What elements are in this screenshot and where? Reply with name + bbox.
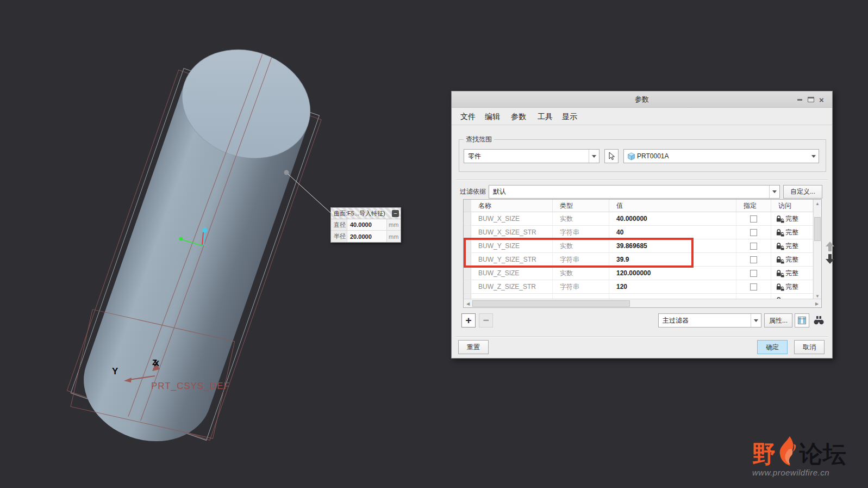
param-type-cell: 实数 bbox=[553, 239, 609, 252]
dimension-tooltip: 曲面:F5...导入特征) − 直径 40.0000 mm 半径 20.0000… bbox=[330, 207, 401, 243]
pick-cursor-button[interactable] bbox=[604, 149, 619, 163]
main-filter-select[interactable]: 主过滤器 bbox=[658, 313, 761, 328]
chevron-down-icon[interactable] bbox=[751, 314, 761, 327]
scroll-right-icon[interactable]: ▶ bbox=[813, 300, 821, 307]
menu-bar: 文件 编辑 参数 工具 显示 bbox=[452, 108, 832, 125]
column-header-name[interactable]: 名称 bbox=[471, 200, 553, 212]
ok-button[interactable]: 确定 bbox=[757, 340, 788, 354]
customize-button[interactable]: 自定义... bbox=[783, 185, 822, 199]
axis-label-y: Y bbox=[112, 366, 118, 376]
table-row[interactable]: BUW_Y_SIZE 实数 39.869685 完整 bbox=[464, 239, 813, 253]
scroll-up-icon[interactable]: ▲ bbox=[814, 200, 821, 207]
chevron-down-icon[interactable] bbox=[769, 186, 779, 198]
scrollbar-thumb[interactable] bbox=[814, 217, 821, 241]
param-access-cell: 完整 bbox=[771, 253, 813, 266]
filter-value: 默认 bbox=[489, 187, 769, 196]
param-designate-cell[interactable] bbox=[736, 212, 771, 225]
menu-edit[interactable]: 编辑 bbox=[483, 111, 502, 122]
param-name-cell[interactable]: BUW_Z_SIZE bbox=[471, 267, 553, 280]
column-header-access[interactable]: 访问 bbox=[771, 200, 813, 212]
param-designate-cell[interactable] bbox=[736, 280, 771, 293]
csys-name-label[interactable]: PRT_CSYS_DEF bbox=[151, 381, 230, 391]
vertical-scrollbar[interactable]: ▲ ▼ bbox=[813, 200, 821, 300]
minimize-icon bbox=[797, 99, 802, 101]
filter-select[interactable]: 默认 bbox=[489, 185, 780, 199]
dimension-value[interactable]: 20.0000 bbox=[347, 233, 386, 240]
table-row[interactable]: BUW_X_SIZE 实数 40.000000 完整 bbox=[464, 212, 813, 226]
dimension-value[interactable]: 40.0000 bbox=[347, 221, 386, 228]
designate-checkbox[interactable] bbox=[750, 215, 757, 223]
tooltip-title: 曲面:F5...导入特征) bbox=[334, 209, 392, 218]
param-type-cell: 字符串 bbox=[553, 226, 609, 239]
table-row[interactable]: BUW_Z_SIZE_STR 字符串 120 完整 bbox=[464, 280, 813, 294]
param-name-cell[interactable]: BUW_X_SIZE_STR bbox=[471, 226, 553, 239]
watermark-chars: 论坛 bbox=[800, 442, 846, 466]
properties-button[interactable]: 属性... bbox=[764, 313, 792, 328]
dimension-row: 半径 20.0000 mm bbox=[331, 231, 401, 242]
row-selector[interactable] bbox=[464, 226, 471, 239]
add-parameter-button[interactable]: + bbox=[461, 313, 476, 328]
binoculars-icon bbox=[814, 316, 824, 325]
scope-select[interactable]: 零件 bbox=[464, 149, 600, 163]
columns-button[interactable] bbox=[795, 313, 809, 328]
maximize-button[interactable] bbox=[806, 95, 815, 104]
move-row-down-button[interactable] bbox=[826, 254, 834, 264]
param-access-cell: 完整 bbox=[771, 267, 813, 280]
menu-params[interactable]: 参数 bbox=[509, 111, 528, 122]
param-designate-cell[interactable] bbox=[736, 226, 771, 239]
parameters-table: 名称 类型 值 指定 访问 BUW_X_SIZE 实数 40.000000 完整… bbox=[463, 199, 822, 308]
collapse-minus-icon[interactable]: − bbox=[392, 210, 399, 217]
model-combo[interactable]: PRT0001A bbox=[623, 149, 819, 163]
access-level-label: 完整 bbox=[785, 242, 798, 251]
param-designate-cell[interactable] bbox=[736, 267, 771, 280]
remove-parameter-button[interactable]: − bbox=[479, 313, 493, 328]
param-value-cell[interactable]: 40.000000 bbox=[609, 212, 736, 225]
designate-checkbox[interactable] bbox=[750, 229, 757, 236]
column-header-type[interactable]: 类型 bbox=[553, 200, 609, 212]
row-selector[interactable] bbox=[464, 212, 471, 225]
designate-checkbox[interactable] bbox=[750, 256, 757, 263]
reset-button[interactable]: 重置 bbox=[458, 340, 489, 354]
horizontal-scrollbar[interactable]: ◀ ▶ bbox=[464, 299, 821, 307]
menu-file[interactable]: 文件 bbox=[459, 111, 477, 122]
param-designate-cell[interactable] bbox=[736, 253, 771, 266]
minimize-button[interactable] bbox=[795, 95, 804, 104]
param-designate-cell[interactable] bbox=[736, 239, 771, 252]
param-name-cell[interactable]: BUW_Y_SIZE_STR bbox=[471, 253, 553, 266]
chevron-down-icon[interactable] bbox=[808, 150, 819, 163]
menu-show[interactable]: 显示 bbox=[560, 111, 579, 122]
dialog-titlebar[interactable]: 参数 × bbox=[452, 91, 832, 108]
row-selector[interactable] bbox=[464, 280, 471, 293]
designate-checkbox[interactable] bbox=[750, 270, 757, 277]
menu-tools[interactable]: 工具 bbox=[536, 111, 554, 122]
access-level-label: 完整 bbox=[785, 282, 798, 292]
table-row[interactable]: BUW_Y_SIZE_STR 字符串 39.9 完整 bbox=[464, 253, 813, 267]
access-level-label: 完整 bbox=[785, 214, 798, 224]
cylinder-model[interactable] bbox=[60, 29, 336, 462]
cancel-button[interactable]: 取消 bbox=[794, 340, 825, 354]
designate-checkbox[interactable] bbox=[750, 243, 757, 250]
param-value-cell[interactable]: 39.869685 bbox=[609, 239, 736, 252]
table-row[interactable]: BUW_X_SIZE_STR 字符串 40 完整 bbox=[464, 226, 813, 239]
column-header-value[interactable]: 值 bbox=[609, 200, 736, 212]
chevron-down-icon[interactable] bbox=[589, 150, 599, 163]
param-name-cell[interactable]: BUW_Y_SIZE bbox=[471, 239, 553, 252]
row-selector[interactable] bbox=[464, 253, 471, 266]
column-header-designate[interactable]: 指定 bbox=[736, 200, 771, 212]
param-value-cell[interactable]: 120.000000 bbox=[609, 267, 736, 280]
designate-checkbox[interactable] bbox=[750, 283, 757, 291]
close-button[interactable]: × bbox=[817, 95, 826, 104]
table-row[interactable]: BUW_Z_SIZE 实数 120.000000 完整 bbox=[464, 267, 813, 280]
scroll-left-icon[interactable]: ◀ bbox=[464, 300, 472, 307]
scrollbar-thumb[interactable] bbox=[472, 300, 630, 307]
row-selector[interactable] bbox=[464, 239, 471, 252]
param-value-cell[interactable]: 120 bbox=[609, 280, 736, 293]
param-name-cell[interactable]: BUW_X_SIZE bbox=[471, 212, 553, 225]
param-value-cell[interactable]: 39.9 bbox=[609, 253, 736, 266]
param-value-cell[interactable]: 40 bbox=[609, 226, 736, 239]
row-selector[interactable] bbox=[464, 267, 471, 280]
param-name-cell[interactable]: BUW_Z_SIZE_STR bbox=[471, 280, 553, 293]
param-access-cell: 完整 bbox=[771, 280, 813, 293]
find-button[interactable] bbox=[811, 313, 826, 328]
move-row-up-button[interactable] bbox=[826, 242, 834, 251]
